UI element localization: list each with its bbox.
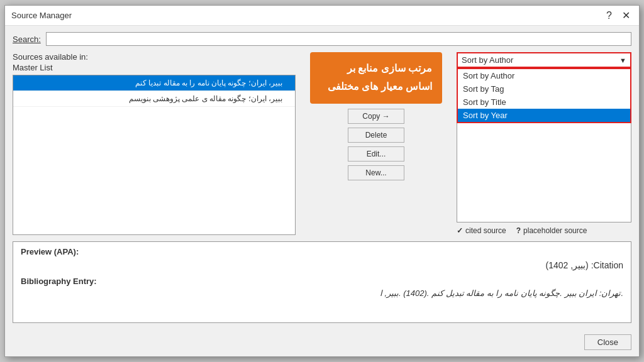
help-icon[interactable]: ? [604,10,614,21]
sort-dropdown-menu: Sort by Author Sort by Tag Sort by Title… [457,68,631,123]
master-list-label: Master List [13,63,296,72]
citation-value: (ببیر, 1402) [545,260,588,270]
footer-row: Close [5,329,639,356]
right-panel: Sort by Author ▼ Sort by Author Sort by … [457,52,631,235]
preview-citation: Citation: (ببیر, 1402) [21,260,623,270]
bib-label: Bibliography Entry: [21,277,623,286]
search-label: Search: [13,35,41,44]
main-area: Sources available in: Master List ببیر، … [13,52,631,235]
new-button[interactable]: New... [348,165,404,180]
bib-text: .تهران: ایران ببیر .چگونه پایان نامه را … [21,288,623,298]
preview-section: Preview (APA): Citation: (ببیر, 1402) Bi… [13,241,631,323]
sort-option-tag[interactable]: Sort by Tag [458,82,630,96]
list-item[interactable]: ببیر، ایران؛ چگونه پایان نامه را به مقال… [13,75,295,91]
left-panel: Sources available in: Master List ببیر، … [13,52,296,235]
search-input[interactable] [46,32,631,46]
legend-placeholder: ? placeholder source [516,226,587,235]
source-manager-dialog: Source Manager ? ✕ Search: Sources avail… [4,5,640,357]
sort-option-title[interactable]: Sort by Title [458,96,630,109]
placeholder-symbol: ? [516,226,521,235]
sort-callout: مرتب سازی منابع بر اساس معیار های مختلفی [310,52,442,104]
citation-label: Citation: [591,260,623,270]
dialog-title: Source Manager [11,11,72,20]
sort-dropdown-header[interactable]: Sort by Author ▼ [457,52,631,68]
edit-button[interactable]: Edit... [348,146,404,162]
sort-dropdown-wrapper: Sort by Author ▼ Sort by Author Sort by … [457,52,631,68]
delete-button[interactable]: Delete [348,128,404,143]
sort-option-year[interactable]: Sort by Year [458,109,630,122]
search-row: Search: [13,32,631,46]
placeholder-label: placeholder source [523,226,587,235]
sort-option-author[interactable]: Sort by Author [458,69,630,82]
sort-selected-label: Sort by Author [462,55,513,65]
legend-row: ✓ cited source ? placeholder source [457,226,631,235]
dropdown-arrow-icon: ▼ [619,57,626,64]
close-button[interactable]: Close [584,334,631,350]
legend-cited: ✓ cited source [457,226,506,235]
master-list-container: ببیر، ایران؛ چگونه پایان نامه را به مقال… [13,75,296,235]
cited-symbol: ✓ [457,226,463,235]
sources-available-label: Sources available in: [13,52,296,62]
cited-label: cited source [465,226,506,235]
dialog-body: Search: Sources available in: Master Lis… [5,26,639,329]
copy-button[interactable]: Copy → [348,109,404,124]
title-bar: Source Manager ? ✕ [5,6,639,26]
middle-buttons: Copy → Delete Edit... New... [348,109,404,180]
title-bar-controls: ? ✕ [604,9,633,21]
close-icon[interactable]: ✕ [619,9,633,21]
preview-label: Preview (APA): [21,247,623,256]
list-item[interactable]: ببیر، ایران؛ چگونه مقاله ی علمی پژوهشی ب… [13,91,295,107]
